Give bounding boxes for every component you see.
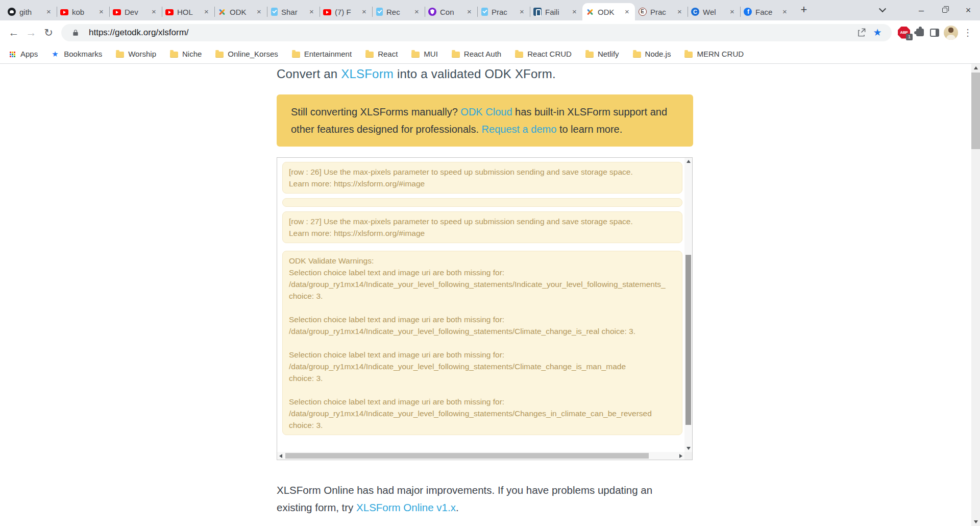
tab-title: (7) F	[335, 8, 359, 16]
output-vertical-scrollbar[interactable]	[684, 158, 692, 452]
vertical-scroll-thumb[interactable]	[685, 255, 691, 425]
new-tab-button[interactable]: +	[797, 3, 811, 17]
warning-line: [row : 27] Use the max-pixels parameter …	[289, 216, 676, 227]
bookmark-item[interactable]: React Auth	[452, 50, 501, 58]
bookmark-icon	[52, 50, 60, 58]
tab-close-icon[interactable]	[780, 8, 789, 16]
tab-title: Rec	[386, 8, 411, 16]
lock-icon[interactable]	[67, 25, 84, 41]
tab-favicon	[639, 8, 647, 16]
xlsform-online-v1-link[interactable]: XLSForm Online v1.x	[356, 501, 456, 513]
tab-list: gith kob Dev HOL ODK	[0, 3, 793, 20]
warning-line: choice: 3.	[289, 372, 676, 384]
browser-window: gith kob Dev HOL ODK	[0, 0, 980, 526]
browser-tab[interactable]: Dev	[109, 3, 162, 20]
odk-cloud-callout: Still converting XLSForms manually? ODK …	[277, 94, 693, 147]
address-bar[interactable]: https://getodk.org/xlsform/ ★	[61, 24, 892, 41]
tab-close-icon[interactable]	[97, 8, 106, 16]
bookmark-item[interactable]: Niche	[170, 50, 202, 58]
bookmark-item[interactable]: Entertainment	[292, 50, 352, 58]
bookmark-label: Entertainment	[304, 50, 352, 58]
browser-tab[interactable]: Faili	[530, 3, 582, 20]
tab-close-icon[interactable]	[202, 8, 211, 16]
tab-close-icon[interactable]	[255, 8, 263, 16]
bookmark-item[interactable]: MERN CRUD	[684, 50, 744, 58]
browser-tab[interactable]: Prac	[477, 3, 530, 20]
adblock-plus-icon[interactable]: ABP 1	[898, 27, 910, 39]
bookmarks-bar: Apps Bookmarks Worship Niche Online_Kors…	[0, 44, 980, 63]
tab-close-icon[interactable]	[570, 8, 579, 16]
share-icon[interactable]	[853, 25, 869, 41]
browser-tab[interactable]: Shar	[267, 3, 320, 20]
browser-tab[interactable]: kob	[57, 3, 109, 20]
back-button[interactable]: ←	[5, 24, 22, 41]
browser-tab[interactable]: ODK	[582, 3, 635, 20]
browser-tab[interactable]: ODK	[214, 3, 267, 20]
conversion-output-box[interactable]: [row : 26] Use the max-pixels parameter …	[277, 157, 693, 460]
output-horizontal-scrollbar[interactable]	[277, 452, 684, 460]
forward-button[interactable]: →	[22, 24, 40, 41]
bookmark-icon	[8, 50, 16, 58]
tab-title: Con	[440, 8, 464, 16]
tab-close-icon[interactable]	[307, 8, 316, 16]
tab-close-icon[interactable]	[675, 8, 684, 16]
request-demo-link[interactable]: Request a demo	[482, 124, 557, 135]
bookmark-star-icon[interactable]: ★	[869, 25, 886, 41]
close-window-button[interactable]: ×	[957, 0, 980, 20]
browser-tab[interactable]: (7) F	[320, 3, 372, 20]
browser-tab[interactable]: HOL	[162, 3, 214, 20]
scroll-up-icon[interactable]	[687, 160, 691, 163]
window-controls: – ×	[880, 0, 980, 20]
tab-close-icon[interactable]	[150, 8, 158, 16]
url-text[interactable]: https://getodk.org/xlsform/	[89, 28, 189, 38]
restore-button[interactable]	[933, 0, 957, 20]
browser-menu-icon[interactable]: ⋮	[963, 27, 973, 38]
tab-close-icon[interactable]	[465, 8, 474, 16]
bookmark-item[interactable]: Node.js	[633, 50, 671, 58]
tab-search-chevron-icon[interactable]	[879, 5, 886, 12]
page-scroll-down-icon[interactable]	[974, 520, 978, 523]
bookmark-item[interactable]: Netlify	[585, 50, 619, 58]
tab-close-icon[interactable]	[360, 8, 369, 16]
browser-tab[interactable]: Prac	[635, 3, 688, 20]
bookmark-item[interactable]: Worship	[116, 50, 156, 58]
scroll-right-icon[interactable]	[679, 454, 682, 458]
page-scroll-up-icon[interactable]	[974, 66, 978, 69]
browser-tab[interactable]: Face	[740, 3, 793, 20]
profile-avatar[interactable]	[944, 26, 958, 40]
bookmark-item[interactable]: MUI	[411, 50, 438, 58]
bookmark-label: MUI	[424, 50, 438, 58]
browser-tab[interactable]: Rec	[372, 3, 425, 20]
reload-button[interactable]: ↻	[40, 24, 57, 41]
page-scrollbar[interactable]	[971, 64, 980, 526]
tab-close-icon[interactable]	[728, 8, 737, 16]
bookmark-item[interactable]: Bookmarks	[52, 50, 102, 58]
bookmark-item[interactable]: Apps	[8, 50, 38, 58]
tab-close-icon[interactable]	[44, 8, 53, 16]
tab-close-icon[interactable]	[518, 8, 526, 16]
scrollbar-corner	[684, 452, 692, 460]
scroll-left-icon[interactable]	[279, 454, 282, 458]
conversion-output-content: [row : 26] Use the max-pixels parameter …	[277, 158, 684, 452]
tab-favicon	[428, 8, 436, 16]
page-scroll-thumb[interactable]	[971, 73, 980, 149]
side-panel-icon[interactable]	[930, 29, 939, 37]
xlsform-link[interactable]: XLSForm	[341, 67, 394, 81]
tab-close-icon[interactable]	[623, 8, 631, 16]
scroll-down-icon[interactable]	[687, 447, 691, 450]
bookmark-item[interactable]: Online_Korses	[215, 50, 278, 58]
bookmark-label: React CRUD	[527, 50, 572, 58]
bookmark-item[interactable]: React	[365, 50, 398, 58]
browser-tab[interactable]: Con	[425, 3, 477, 20]
tab-favicon	[165, 9, 174, 15]
extensions-puzzle-icon[interactable]	[916, 29, 924, 36]
odk-cloud-link[interactable]: ODK Cloud	[460, 106, 512, 117]
browser-toolbar: ← → ↻ https://getodk.org/xlsform/ ★ ABP …	[0, 20, 980, 44]
horizontal-scroll-thumb[interactable]	[285, 453, 649, 459]
warning-line	[289, 302, 676, 314]
minimize-button[interactable]: –	[910, 0, 933, 20]
browser-tab[interactable]: Wel	[688, 3, 740, 20]
browser-tab[interactable]: gith	[4, 3, 57, 20]
bookmark-item[interactable]: React CRUD	[515, 50, 572, 58]
tab-close-icon[interactable]	[412, 8, 421, 16]
